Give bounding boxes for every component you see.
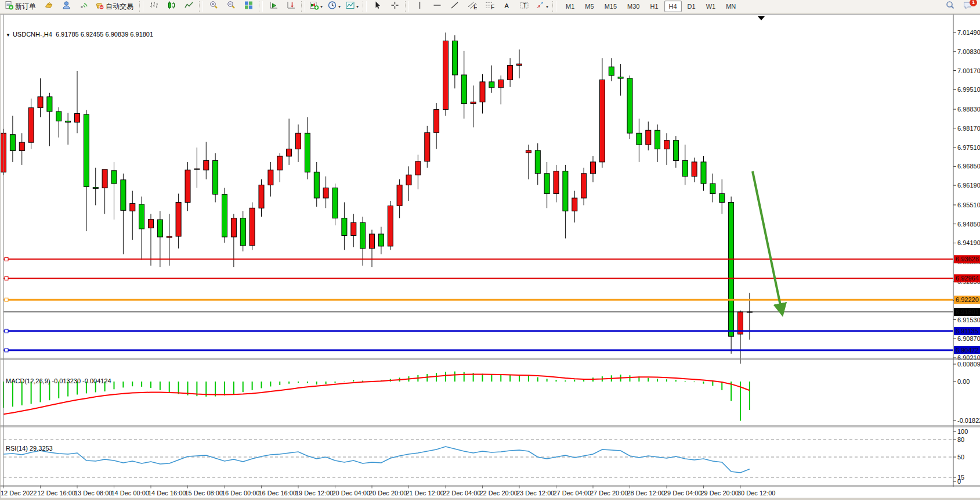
text-label-button[interactable]: T [516, 0, 532, 13]
candle [517, 64, 522, 66]
time-axis-label: 28 Dec 12:00 [627, 490, 665, 497]
time-axis-label: 27 Dec 04:00 [554, 490, 591, 497]
timeframe-h4[interactable]: H4 [664, 1, 682, 12]
candle [56, 111, 62, 121]
candle [434, 110, 439, 133]
toolbar-separator [301, 1, 305, 12]
candle [397, 185, 402, 206]
candle [130, 203, 135, 211]
timeframe-d1[interactable]: D1 [683, 1, 700, 12]
timeframe-m15[interactable]: M15 [600, 1, 621, 12]
vertical-line-button[interactable] [411, 0, 428, 13]
new-chart-button[interactable]: ▾ [308, 0, 324, 13]
trend-icon [450, 1, 460, 12]
candle [526, 150, 531, 153]
candle [240, 218, 245, 246]
time-axis-label: 22 Dec 20:00 [480, 490, 518, 497]
crosshair-button[interactable] [386, 0, 403, 13]
candle [461, 75, 467, 104]
time-axis-label: 29 Dec 20:00 [701, 490, 739, 497]
auto-scroll-button[interactable] [265, 0, 281, 13]
notifications-button[interactable]: 1 [959, 0, 975, 13]
chevron-down-icon: ▾ [320, 4, 323, 9]
trendline-button[interactable] [446, 0, 462, 13]
templates-button[interactable]: ▾ [343, 0, 360, 13]
line-price-label: 6.92220 [956, 296, 979, 303]
tile-icon [244, 1, 254, 12]
vline-icon [415, 1, 425, 12]
timeframe-m30[interactable]: M30 [623, 1, 644, 12]
fibonacci-button[interactable]: F [481, 0, 497, 13]
rsi-axis-label: 0 [957, 478, 961, 485]
bar-chart-button[interactable] [146, 0, 162, 13]
zoom-in-button[interactable] [205, 0, 222, 13]
candle [591, 162, 596, 174]
toolbar: 新订单自动交易▾▾▾EFAT▾M1M5M15M30H1H4D1W1MN1 [0, 0, 980, 13]
search-button[interactable] [942, 0, 958, 13]
time-axis-label: 15 Dec 08:00 [185, 490, 223, 497]
tile-windows-button[interactable] [240, 0, 256, 13]
candle [489, 82, 494, 88]
candle [19, 142, 24, 150]
line-handle [5, 257, 8, 261]
toolbar-separator [405, 1, 409, 12]
line-handle [5, 348, 8, 352]
line-price-label: 6.90472 [956, 347, 979, 354]
timeframe-m5[interactable]: M5 [580, 1, 598, 12]
candle [102, 170, 107, 188]
candle [646, 130, 651, 145]
candle-chart-button[interactable] [163, 0, 179, 13]
price-tick-label: 6.94850 [957, 221, 980, 228]
text-button[interactable]: A [498, 0, 515, 13]
chart-menu-triangle-icon[interactable]: ▼ [6, 33, 10, 38]
crosshair-icon [390, 1, 400, 12]
price-tick-label: 6.98170 [957, 125, 980, 132]
time-axis-label: 21 Dec 12:00 [406, 490, 444, 497]
time-axis-label: 30 Dec 12:00 [737, 490, 775, 497]
price-tick-label: 7.01490 [957, 29, 980, 36]
arrows-button[interactable]: ▾ [533, 0, 550, 13]
candle [581, 174, 587, 198]
price-tick-label: 6.94190 [957, 239, 980, 246]
auto-trading-button[interactable]: 自动交易 [93, 0, 137, 13]
toolbar-separator [363, 1, 367, 12]
gold-button[interactable] [41, 0, 57, 13]
price-tick-label: 6.96850 [957, 163, 980, 170]
candle [682, 160, 688, 176]
rsi-axis-label: 80 [957, 436, 964, 443]
time-axis-label: 13 Dec 08:00 [74, 490, 112, 497]
gold-icon [44, 1, 54, 12]
line-chart-button[interactable] [180, 0, 197, 13]
time-axis-label: 27 Dec 20:00 [590, 490, 628, 497]
svg-text:T: T [523, 2, 527, 9]
line-handle [5, 298, 8, 301]
timeframe-mn[interactable]: MN [721, 1, 740, 12]
candle [701, 162, 706, 184]
candle [452, 41, 457, 75]
equidistant-channel-button[interactable]: E [464, 0, 480, 13]
candle [268, 170, 273, 185]
candle [204, 160, 209, 170]
expert-advisor-button[interactable] [58, 0, 74, 13]
zoom-out-button[interactable] [223, 0, 239, 13]
macd-axis-label: 0.008097 [957, 361, 980, 368]
horizontal-line-button[interactable] [429, 0, 445, 13]
cursor-button[interactable] [369, 0, 385, 13]
advisor-icon [62, 1, 71, 12]
chevron-down-icon: ▾ [546, 4, 548, 9]
candle [28, 108, 34, 143]
signal-button[interactable] [75, 0, 92, 13]
candle [332, 188, 338, 218]
price-tick-label: 6.98830 [957, 106, 980, 113]
textA-icon: A [502, 1, 512, 12]
candle [544, 174, 549, 194]
zoom-in-icon [209, 1, 219, 12]
timeframe-m1[interactable]: M1 [561, 1, 579, 12]
periods-button[interactable]: ▾ [326, 0, 342, 13]
chart-shift-button[interactable] [283, 0, 299, 13]
new-order-button[interactable]: 新订单 [2, 0, 39, 13]
timeframe-w1[interactable]: W1 [701, 1, 721, 12]
candle [609, 67, 614, 75]
candle [415, 161, 421, 175]
timeframe-h1[interactable]: H1 [645, 1, 663, 12]
